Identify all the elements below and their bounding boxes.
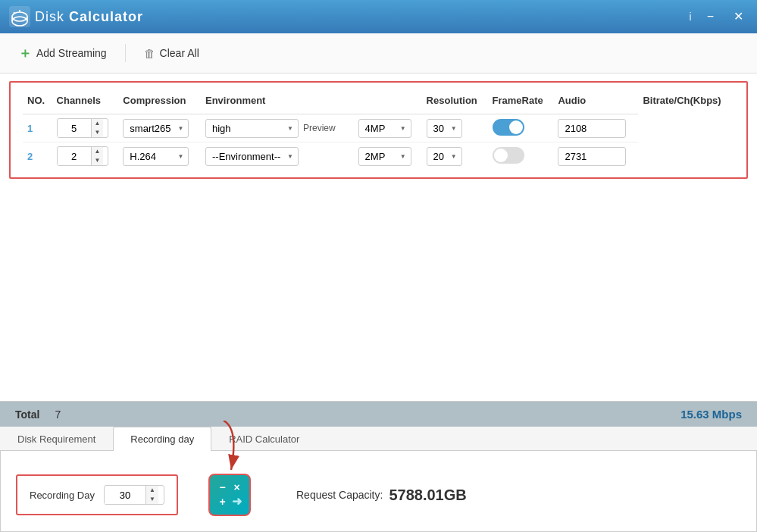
table-row: 1 ▲ ▼ smart265 xyxy=(23,114,734,142)
calc-arrow-icon: ➜ xyxy=(230,495,243,509)
plus-icon: ＋ xyxy=(18,44,32,62)
col-header-no: NO. xyxy=(23,90,52,114)
calc-minus-icon: − xyxy=(216,481,229,493)
app-title: Disk Calculator xyxy=(35,9,143,25)
channel-spinners-1: ▲ ▼ xyxy=(91,119,104,137)
total-mbps: 15.63 Mbps xyxy=(680,408,742,421)
recording-day-input[interactable] xyxy=(105,487,145,504)
resolution-select-2[interactable]: 4MP 2MP 1080P 720P xyxy=(358,147,411,166)
app-icon xyxy=(9,6,30,27)
stream-table: NO. Channels Compression Environment Res… xyxy=(23,90,734,170)
stream-table-wrapper: NO. Channels Compression Environment Res… xyxy=(9,81,748,179)
recording-day-label: Recording Day xyxy=(30,490,95,501)
channels-input-2[interactable]: ▲ ▼ xyxy=(57,146,108,166)
col-header-environment: Environment xyxy=(201,90,422,114)
total-value: 7 xyxy=(55,408,61,421)
tab-disk-requirement[interactable]: Disk Requirement xyxy=(0,427,113,451)
environment-select-2[interactable]: high medium low --Environment-- xyxy=(205,147,299,166)
compression-select-wrap-1: smart265 H.265 H.264 MJPEG xyxy=(123,119,189,138)
request-capacity-value: 5788.01GB xyxy=(389,487,466,504)
recording-day-field-box: Recording Day ▲ ▼ xyxy=(16,474,178,515)
request-capacity: Request Capacity: 5788.01GB xyxy=(296,487,467,504)
channels-value-2[interactable] xyxy=(58,148,91,165)
audio-toggle-1[interactable] xyxy=(493,119,524,136)
calc-plus-icon: + xyxy=(216,495,229,509)
total-label: Total xyxy=(15,408,39,421)
framerate-select-wrap-1: 30 25 20 15 xyxy=(427,119,462,138)
bitrate-input-1[interactable] xyxy=(558,119,626,138)
clear-all-button[interactable]: 🗑 Clear All xyxy=(138,44,205,63)
col-header-compression: Compression xyxy=(118,90,201,114)
tab-content-recording-day: Recording Day ▲ ▼ xyxy=(0,451,757,532)
request-capacity-label: Request Capacity: xyxy=(296,489,383,501)
calc-icon-grid: − × + ➜ xyxy=(216,481,243,509)
toolbar-divider xyxy=(125,44,126,62)
recording-day-spinners: ▲ ▼ xyxy=(145,486,158,504)
channel-down-1[interactable]: ▼ xyxy=(92,128,104,137)
col-header-channels: Channels xyxy=(52,90,119,114)
toolbar: ＋ Add Streaming 🗑 Clear All xyxy=(0,33,757,74)
arrow-indicator xyxy=(201,421,246,474)
add-streaming-button[interactable]: ＋ Add Streaming xyxy=(12,41,113,65)
framerate-select-1[interactable]: 30 25 20 15 xyxy=(427,119,462,138)
channel-spinners-2: ▲ ▼ xyxy=(91,147,104,165)
table-row: 2 ▲ ▼ smart265 xyxy=(23,142,734,171)
environment-select-1[interactable]: high medium low --Environment-- xyxy=(205,119,299,138)
col-header-bitrate: Bitrate/Ch(Kbps) xyxy=(638,90,734,114)
info-btn[interactable]: i xyxy=(690,11,692,23)
recording-day-input-wrap: ▲ ▼ xyxy=(104,485,164,505)
calc-times-icon: × xyxy=(230,481,243,493)
row-number-1: 1 xyxy=(27,123,33,134)
environment-select-wrap-2: high medium low --Environment-- xyxy=(205,147,299,166)
channels-input-1[interactable]: ▲ ▼ xyxy=(57,118,108,138)
framerate-select-2[interactable]: 30 25 20 15 xyxy=(427,147,462,166)
title-bar: Disk Calculator i − ✕ xyxy=(0,0,757,33)
col-header-resolution: Resolution xyxy=(422,90,488,114)
window-controls: i − ✕ xyxy=(690,9,748,24)
resolution-select-1[interactable]: 4MP 2MP 1080P 720P xyxy=(358,119,411,138)
row-number-2: 2 xyxy=(27,151,33,162)
channel-down-2[interactable]: ▼ xyxy=(92,156,104,165)
calc-btn-wrap: − × + ➜ xyxy=(208,474,251,516)
framerate-select-wrap-2: 30 25 20 15 xyxy=(427,147,462,166)
minimize-btn[interactable]: − xyxy=(702,9,718,24)
channels-value-1[interactable] xyxy=(58,120,91,137)
channel-up-1[interactable]: ▲ xyxy=(92,119,104,128)
recording-day-down[interactable]: ▼ xyxy=(146,495,158,504)
close-btn[interactable]: ✕ xyxy=(729,9,748,24)
environment-select-wrap-1: high medium low --Environment-- xyxy=(205,119,299,138)
compression-select-1[interactable]: smart265 H.265 H.264 MJPEG xyxy=(123,119,189,138)
compression-select-2[interactable]: smart265 H.265 H.264 MJPEG xyxy=(123,147,189,166)
main-window: ＋ Add Streaming 🗑 Clear All NO. Channels… xyxy=(0,33,757,532)
trash-icon: 🗑 xyxy=(144,47,155,60)
env-wrap-2: high medium low --Environment-- xyxy=(205,147,349,166)
col-header-audio: Audio xyxy=(553,90,638,114)
recording-form: Recording Day ▲ ▼ xyxy=(16,474,741,516)
resolution-select-wrap-2: 4MP 2MP 1080P 720P xyxy=(358,147,411,166)
tab-recording-day[interactable]: Recording day xyxy=(113,427,211,451)
channel-up-2[interactable]: ▲ xyxy=(92,147,104,156)
content-spacer xyxy=(0,183,757,401)
audio-toggle-2[interactable] xyxy=(493,147,524,164)
recording-day-up[interactable]: ▲ xyxy=(146,486,158,495)
env-wrap-1: high medium low --Environment-- Preview xyxy=(205,119,349,138)
app-logo: Disk Calculator xyxy=(9,6,143,27)
bitrate-input-2[interactable] xyxy=(558,147,626,166)
preview-label-1: Preview xyxy=(303,123,336,133)
bottom-section: Total 7 15.63 Mbps Disk Requirement Reco… xyxy=(0,401,757,532)
calculate-button[interactable]: − × + ➜ xyxy=(208,474,251,516)
resolution-select-wrap-1: 4MP 2MP 1080P 720P xyxy=(358,119,411,138)
col-header-framerate: FrameRate xyxy=(488,90,554,114)
total-bar: Total 7 15.63 Mbps xyxy=(0,402,757,427)
compression-select-wrap-2: smart265 H.265 H.264 MJPEG xyxy=(123,147,189,166)
tab-bar: Disk Requirement Recording day RAID Calc… xyxy=(0,427,757,451)
